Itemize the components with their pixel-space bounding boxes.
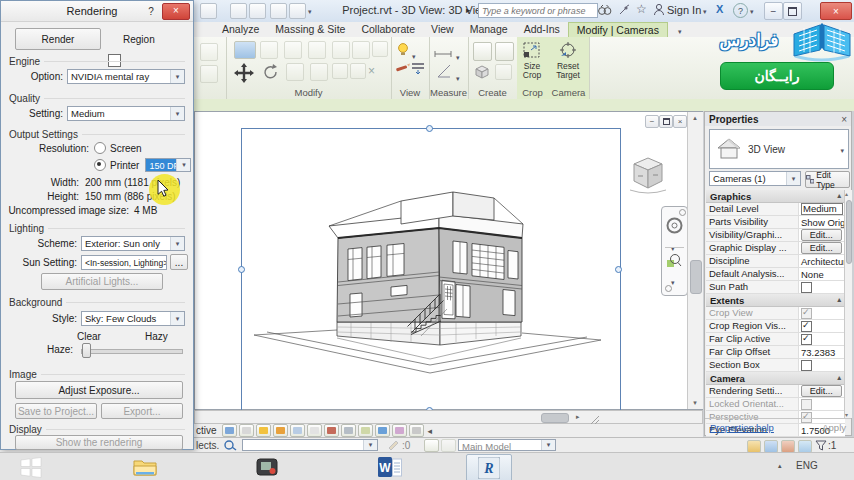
dialog-close-icon[interactable]: ×	[162, 3, 190, 20]
export-button[interactable]: Export...	[101, 403, 183, 419]
file-explorer-icon[interactable]	[130, 456, 160, 478]
palette-scroll-thumb[interactable]	[846, 200, 852, 264]
measure-angle-icon[interactable]	[436, 63, 454, 83]
legend-component-icon[interactable]	[473, 42, 492, 61]
measure-caret-icon[interactable]	[456, 46, 460, 64]
background-style-combobox[interactable]: Sky: Few Clouds	[81, 311, 185, 326]
properties-close-icon[interactable]: ×	[841, 114, 847, 125]
section-collapse-icon[interactable]: ▴	[837, 192, 841, 200]
viewcube[interactable]	[629, 153, 667, 199]
lightbulb-icon[interactable]	[396, 42, 410, 60]
property-value[interactable]: Show Original	[799, 216, 845, 228]
dialog-titlebar[interactable]: Rendering ? ×	[1, 1, 193, 22]
select-box-icon[interactable]	[234, 41, 256, 59]
worksets-icon[interactable]	[388, 439, 400, 452]
properties-help-link[interactable]: Properties help	[710, 422, 774, 433]
reveal-hidden-icon[interactable]	[358, 424, 373, 437]
navbar-knob-icon[interactable]	[679, 209, 686, 216]
search-input[interactable]	[478, 3, 598, 18]
delete-icon[interactable]: ×	[368, 64, 375, 78]
vcb-collapse-icon[interactable]: ◂	[428, 426, 433, 436]
horizontal-scrollbar[interactable]: ▸	[194, 410, 703, 424]
split-icon[interactable]	[372, 41, 388, 57]
property-checkbox[interactable]	[801, 399, 812, 410]
qat-close-hidden-windows-icon[interactable]	[270, 3, 287, 19]
select-new-icon[interactable]	[224, 439, 237, 453]
measure-line-icon[interactable]	[433, 45, 453, 63]
qat-list-icon[interactable]	[249, 3, 266, 19]
dpi-combobox[interactable]: 150 DPI	[145, 158, 191, 172]
word-icon[interactable]: W	[375, 456, 405, 478]
property-checkbox[interactable]	[801, 334, 812, 345]
design-options-icon[interactable]	[424, 439, 439, 452]
free-button[interactable]: رایــگان	[720, 62, 834, 90]
rendering-dialog-icon[interactable]	[290, 424, 305, 437]
sign-in-person-icon[interactable]	[653, 3, 665, 18]
edit-button[interactable]: Edit...	[801, 385, 842, 397]
close-button[interactable]: ×	[820, 2, 852, 20]
sun-browse-button[interactable]: ...	[170, 254, 188, 270]
palette-scrollbar[interactable]: ▴ ▾	[844, 190, 852, 418]
property-value[interactable]: 73.2383	[799, 346, 845, 358]
property-value[interactable]: Edit...	[799, 242, 845, 254]
dialog-help-icon[interactable]: ?	[143, 6, 159, 17]
ribbon-collapse-icon[interactable]	[678, 24, 682, 36]
filter-combobox[interactable]: Cameras (1)	[709, 171, 801, 186]
section-collapse-icon[interactable]: ▴	[837, 296, 841, 304]
temporary-hide-icon[interactable]	[375, 424, 390, 437]
property-checkbox[interactable]	[801, 321, 812, 332]
linework-pencil-icon[interactable]	[395, 61, 411, 79]
haze-slider-thumb[interactable]	[82, 343, 91, 358]
shadows-icon[interactable]	[239, 424, 254, 437]
offset-icon[interactable]	[352, 41, 370, 59]
restore-button[interactable]	[783, 2, 802, 20]
property-value[interactable]: None	[799, 268, 845, 280]
move-icon[interactable]	[232, 61, 256, 89]
align-icon[interactable]	[332, 41, 350, 59]
screen-radio[interactable]	[94, 142, 106, 154]
tab-analyze[interactable]: Analyze	[214, 22, 267, 37]
favorites-star-icon[interactable]: ☆	[636, 2, 647, 16]
property-checkbox[interactable]	[801, 282, 812, 293]
sign-in-caret-icon[interactable]	[703, 4, 707, 16]
property-value[interactable]	[799, 320, 845, 332]
scroll-up-icon[interactable]: ▴	[689, 114, 701, 122]
array-icon[interactable]	[310, 63, 328, 81]
show-rendering-button[interactable]: Show the rendering	[15, 435, 183, 450]
geometry-icon-2[interactable]	[200, 65, 218, 83]
trim-icon[interactable]	[286, 63, 304, 81]
section-header-graphics[interactable]: Graphics▴	[706, 190, 845, 203]
size-crop-button[interactable]: Size Crop	[517, 40, 547, 86]
vertical-scrollbar[interactable]: ▴ ▾	[687, 112, 703, 409]
section-header-extents[interactable]: Extents▴	[706, 294, 845, 307]
tab-view[interactable]: View	[423, 22, 462, 37]
edit-type-button[interactable]: Edit Type	[805, 171, 850, 188]
minimize-button[interactable]: −	[764, 2, 783, 20]
property-checkbox[interactable]	[801, 308, 812, 319]
property-value[interactable]	[799, 281, 845, 293]
cutaway-lines-icon[interactable]	[411, 61, 426, 79]
sun-path-icon[interactable]	[256, 424, 271, 437]
mirror-pick-icon[interactable]	[308, 41, 326, 59]
section-header-camera[interactable]: Camera▴	[706, 372, 845, 385]
drawing-canvas[interactable]: − ×	[194, 111, 703, 410]
crop-view-icon[interactable]	[307, 424, 322, 437]
tab-massing-site[interactable]: Massing & Site	[267, 22, 353, 37]
analytical-model-icon[interactable]	[392, 424, 407, 437]
property-checkbox[interactable]	[801, 360, 812, 371]
create-group-icon[interactable]	[495, 42, 514, 61]
haze-slider-track[interactable]	[81, 349, 183, 354]
create-similar-icon[interactable]	[473, 63, 491, 83]
palette-scroll-up-icon[interactable]: ▴	[845, 190, 848, 197]
property-value[interactable]: Architectural	[799, 255, 845, 267]
language-indicator[interactable]: ENG	[796, 460, 818, 471]
schedule-icon[interactable]	[495, 64, 512, 80]
show-crop-icon[interactable]	[324, 424, 339, 437]
title-overflow-arrow[interactable]: ▸	[466, 5, 471, 15]
steering-wheel-icon[interactable]	[666, 217, 683, 238]
property-value[interactable]	[799, 307, 845, 319]
search-binoculars-icon[interactable]	[597, 3, 612, 19]
palette-scroll-down-icon[interactable]: ▾	[845, 411, 848, 418]
help-icon[interactable]: ?	[733, 3, 748, 18]
edit-button[interactable]: Edit...	[801, 229, 842, 241]
